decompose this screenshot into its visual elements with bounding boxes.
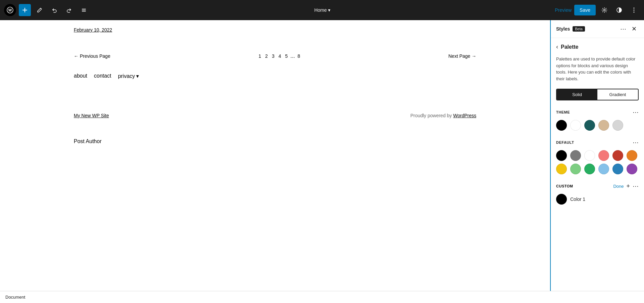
toolbar-center: Home ▾: [93, 7, 552, 13]
done-button[interactable]: Done: [613, 184, 624, 189]
palette-title: Palette: [561, 44, 578, 50]
back-button[interactable]: ‹: [556, 43, 558, 50]
post-author: Post Author: [74, 138, 476, 144]
panel-close-button[interactable]: ✕: [629, 24, 639, 34]
page-content: February 10, 2022 ← Previous Page 1 2 3 …: [74, 27, 476, 144]
svg-point-9: [634, 12, 635, 13]
preview-button[interactable]: Preview: [555, 7, 572, 13]
page-numbers: 1 2 3 4 5 ... 8: [257, 53, 302, 59]
custom-section: CUSTOM Done + ⋯ Color 1: [556, 182, 639, 205]
pagination: ← Previous Page 1 2 3 4 5 ... 8 Next Pag…: [74, 46, 476, 66]
custom-header-right: Done + ⋯: [613, 182, 639, 190]
theme-section: THEME ⋯: [556, 109, 639, 131]
custom-color-item: Color 1: [556, 194, 639, 205]
default-color-gray[interactable]: [570, 150, 581, 161]
add-custom-color-button[interactable]: +: [626, 183, 630, 190]
theme-color-teal[interactable]: [584, 120, 595, 131]
theme-color-white[interactable]: [570, 120, 581, 131]
svg-rect-2: [82, 9, 86, 9]
default-color-white[interactable]: [584, 150, 595, 161]
home-menu-button[interactable]: Home ▾: [314, 7, 330, 13]
panel-inner: ‹ Palette Palettes are used to provide d…: [551, 38, 644, 291]
panel-more-button[interactable]: ⋯: [619, 24, 628, 34]
theme-section-header: THEME ⋯: [556, 109, 639, 116]
default-color-black[interactable]: [556, 150, 567, 161]
theme-color-tan[interactable]: [598, 120, 609, 131]
page-number-4[interactable]: 4: [277, 53, 282, 59]
list-view-button[interactable]: [78, 4, 90, 16]
page-number-1[interactable]: 1: [257, 53, 263, 59]
svg-rect-4: [82, 11, 86, 12]
powered-text: Proudly powered by: [410, 113, 453, 118]
page-ellipsis: ...: [290, 53, 295, 59]
theme-section-title: THEME: [556, 110, 570, 114]
undo-button[interactable]: [48, 4, 60, 16]
default-color-red[interactable]: [612, 150, 623, 161]
page-number-8[interactable]: 8: [296, 53, 302, 59]
panel-header: Styles Beta ⋯ ✕: [551, 20, 644, 38]
panel-header-right: ⋯ ✕: [619, 24, 639, 34]
styles-panel: Styles Beta ⋯ ✕ ‹ Palette Palettes are u…: [550, 20, 644, 291]
svg-point-8: [634, 10, 635, 11]
prev-page-link[interactable]: ← Previous Page: [74, 53, 110, 59]
theme-section-menu-button[interactable]: ⋯: [633, 109, 639, 116]
chevron-down-icon: ▾: [328, 7, 330, 13]
default-color-lightgreen[interactable]: [570, 164, 581, 174]
document-label: Document: [5, 295, 25, 300]
site-footer: My New WP Site Proudly powered by WordPr…: [74, 93, 476, 132]
privacy-chevron-icon: ▾: [136, 73, 139, 79]
site-name-link[interactable]: My New WP Site: [74, 113, 109, 118]
bottom-bar: Document: [0, 291, 644, 303]
svg-point-7: [634, 8, 635, 9]
save-button[interactable]: Save: [574, 5, 596, 15]
theme-color-black[interactable]: [556, 120, 567, 131]
default-color-blue[interactable]: [612, 164, 623, 174]
default-color-pink[interactable]: [598, 150, 609, 161]
default-color-green[interactable]: [584, 164, 595, 174]
svg-point-5: [604, 9, 605, 11]
powered-by: Proudly powered by WordPress: [410, 113, 476, 118]
canvas: February 10, 2022 ← Previous Page 1 2 3 …: [0, 20, 550, 291]
default-section-title: DEFAULT: [556, 140, 574, 144]
theme-color-lightgray[interactable]: [612, 120, 623, 131]
edit-button[interactable]: [34, 4, 46, 16]
custom-color-swatch[interactable]: [556, 194, 567, 205]
palette-description: Palettes are used to provide default col…: [556, 56, 639, 82]
default-color-orange[interactable]: [627, 150, 637, 161]
page-number-5[interactable]: 5: [284, 53, 289, 59]
gradient-button[interactable]: Gradient: [597, 89, 638, 100]
panel-header-left: Styles Beta: [556, 26, 585, 32]
default-section: DEFAULT ⋯: [556, 139, 639, 174]
nav-contact[interactable]: contact: [94, 73, 111, 79]
settings-button[interactable]: [598, 4, 610, 16]
custom-color-label: Color 1: [570, 197, 585, 202]
nav-privacy[interactable]: privacy ▾: [118, 73, 139, 79]
toolbar-right: Preview Save: [555, 4, 640, 16]
default-color-yellow[interactable]: [556, 164, 567, 174]
toolbar: W Home ▾ Preview Save: [0, 0, 644, 20]
main-layout: February 10, 2022 ← Previous Page 1 2 3 …: [0, 20, 644, 291]
default-color-row-1: [556, 150, 639, 161]
redo-button[interactable]: [63, 4, 75, 16]
home-label: Home: [314, 7, 327, 13]
next-page-link[interactable]: Next Page →: [448, 53, 476, 59]
custom-section-header: CUSTOM Done + ⋯: [556, 182, 639, 190]
palette-header: ‹ Palette: [556, 43, 639, 50]
default-color-row-2: [556, 164, 639, 174]
wp-logo: W: [4, 4, 16, 16]
custom-section-menu-button[interactable]: ⋯: [633, 182, 639, 190]
default-section-menu-button[interactable]: ⋯: [633, 139, 639, 146]
wordpress-link[interactable]: WordPress: [453, 113, 476, 118]
solid-button[interactable]: Solid: [557, 89, 597, 100]
nav-about[interactable]: about: [74, 73, 87, 79]
add-block-button[interactable]: [19, 4, 31, 16]
dark-mode-button[interactable]: [613, 4, 625, 16]
page-number-3[interactable]: 3: [270, 53, 276, 59]
default-color-purple[interactable]: [627, 164, 637, 174]
date-link[interactable]: February 10, 2022: [74, 27, 112, 33]
page-number-2[interactable]: 2: [264, 53, 269, 59]
svg-rect-3: [82, 10, 86, 11]
more-options-button[interactable]: [628, 4, 640, 16]
default-color-lightblue[interactable]: [598, 164, 609, 174]
theme-color-row: [556, 120, 639, 131]
